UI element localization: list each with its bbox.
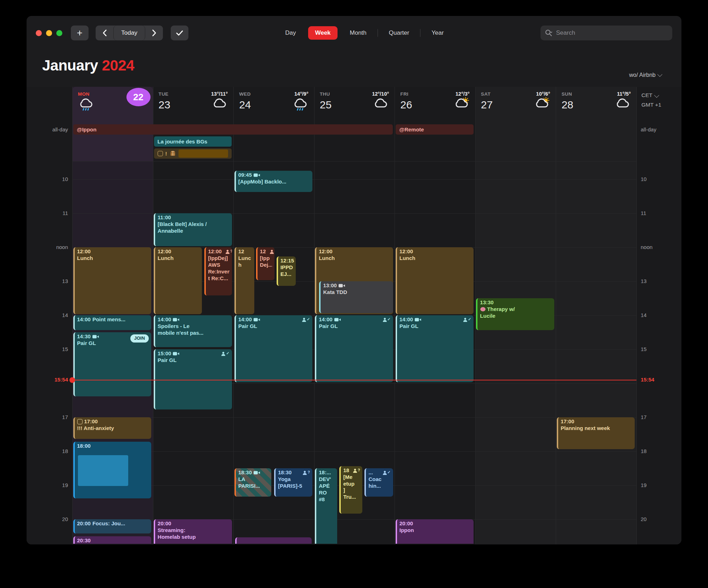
weather-rain-icon [292,97,308,111]
event-time: 14:00 [77,316,91,323]
calendar-event[interactable]: 17:00!!! Anti-anxiety [73,417,152,439]
calendar-event[interactable]: 14:00✓Pair GL [315,315,393,382]
all-day-event[interactable]: @Remote [396,124,474,135]
day-header-sun[interactable]: SUN11°/5°28 [556,87,636,114]
traffic-lights [36,30,62,36]
calendar-event[interactable]: 18?[Meetup]Tru... [339,466,362,514]
task-checkbox[interactable] [158,151,163,156]
date-navigation: Today [96,26,163,40]
weather-icon [292,97,308,113]
join-badge[interactable]: JOIN [130,334,149,342]
calendar-event[interactable]: 12✓[IppDej... [256,247,275,280]
day-name: MON [78,91,90,97]
event-title-line: Pair GL [238,323,310,330]
task-checkbox[interactable] [77,419,83,424]
minimize-window-button[interactable] [46,30,52,36]
calendar-event[interactable] [235,537,312,544]
day-header-sat[interactable]: SAT10°/6°27 [475,87,556,114]
event-time: ... [368,469,373,476]
hour-label: 10 [641,176,647,182]
calendar-event[interactable]: 14:00✓Pair GL [234,315,313,382]
calendar-event[interactable]: 12:15IPPDEJ... [277,256,296,286]
event-time: 20:00 [400,520,413,527]
calendar-event[interactable]: ...✓Coachin... [364,468,393,497]
current-time-dot [69,377,75,383]
event-title-line: Coac [368,476,390,483]
weather-icon [534,97,550,113]
search-field[interactable] [540,26,672,40]
hour-line [72,179,636,180]
calendar-event[interactable]: 12:00Lunch [154,247,202,314]
person-check-icon: ✓ [383,317,391,322]
event-time: 14:00 [238,316,252,323]
calendar-event[interactable]: 14:30Pair GLJOIN [73,332,152,396]
calendar-event[interactable]: 13:30Therapy w/Lucile [476,298,554,330]
tab-month[interactable]: Month [343,26,373,40]
tab-day[interactable]: Day [278,26,302,40]
calendar-filter-dropdown[interactable]: wo/ Airbnb [629,72,662,78]
tasks-button[interactable] [171,26,188,40]
calendar-event[interactable]: 12:00?[IppDej]AWSRe:Invent Re:C... [204,247,232,295]
calendar-event[interactable]: 14:00Spoilers - Lemobile n'est pas... [154,315,232,347]
tab-year[interactable]: Year [425,26,450,40]
calendar-event[interactable]: 12:00Lunch [73,247,152,314]
calendar-event[interactable]: 20:00Focus: Jou... [73,519,152,533]
event-time: 12:00 [400,248,413,255]
calendar-event[interactable]: 09:45[AppMob] Backlo... [234,171,313,192]
all-day-event[interactable]: @Ippon [73,124,393,135]
tab-quarter[interactable]: Quarter [382,26,416,40]
calendar-event[interactable]: 13:00Kata TDD [319,281,393,313]
calendar-event[interactable]: 12:00Lunch [396,247,474,314]
new-event-button[interactable]: + [71,26,89,40]
hour-line [72,417,636,418]
previous-week-button[interactable] [96,26,113,40]
day-header-tue[interactable]: TUE13°/11°23 [153,87,234,114]
column-separator [636,87,637,544]
calendar-event[interactable]: 14:00✓Pair GL [396,315,474,382]
calendar-event[interactable]: 12Lunch [234,247,254,314]
all-day-event[interactable]: La journée des BGs [154,136,232,147]
event-title-line: Tru... [343,494,360,501]
calendar-event[interactable]: 18:30LAPARISI... [234,468,272,497]
calendar-event[interactable]: 20:00Streaming:Homelab setup [154,519,232,544]
event-title-line: [AppMob] Backlo... [238,179,310,185]
calendar-event[interactable]: 11:00[Black Belt] Alexis /Annabelle [154,213,232,246]
next-week-button[interactable] [145,26,163,40]
event-title-line: IPPD [281,264,294,271]
calendar-event[interactable]: 18:00 [73,442,152,498]
day-name: WED [239,91,251,97]
event-time: 12:00 [77,248,91,255]
all-day-task[interactable]: ! [154,148,232,159]
calendar-event[interactable]: 20:30 [73,536,152,544]
event-title-line: DEV' [319,476,335,483]
event-time: 09:45 [238,172,252,179]
day-header-fri[interactable]: FRI12°/3°26 [395,87,475,114]
weather-cloud-icon [211,97,228,111]
hour-label: 14 [641,312,647,318]
hour-label: 11 [641,210,646,216]
calendar-event[interactable]: 17:00Planning next week [557,417,635,449]
zoom-window-button[interactable] [56,30,62,36]
day-date: 27 [481,99,493,111]
calendar-event[interactable]: 18:30?Yoga[PARIS]-5 [274,468,312,497]
day-header-mon[interactable]: MON13°/6°22 [72,87,153,114]
close-window-button[interactable] [36,30,42,36]
weather-rain-icon [78,97,94,111]
tab-week[interactable]: Week [308,26,337,40]
timezone-selector[interactable]: CET GMT +1 [641,90,661,109]
calendar-event[interactable]: 18:...DEV'APÉRO#8 [315,468,337,544]
day-header-thu[interactable]: THU12°/10°25 [314,87,395,114]
event-title-line: Therapy w/ [480,306,552,313]
event-title-line: Pair GL [319,323,391,330]
event-title-line: Lunch [400,255,471,262]
current-time-label: 15:54 [27,377,68,383]
video-camera-icon [254,470,260,475]
search-input[interactable] [555,29,668,37]
day-temperature: 12°/10° [372,91,389,97]
chevron-down-icon [654,93,659,98]
calendar-event[interactable]: 14:00Point mens... [73,315,152,330]
day-header-wed[interactable]: WED14°/9°24 [233,87,314,114]
today-button[interactable]: Today [113,26,145,40]
event-title-line: Annabelle [158,228,230,234]
calendar-event[interactable]: 20:00Ippon [396,519,474,544]
